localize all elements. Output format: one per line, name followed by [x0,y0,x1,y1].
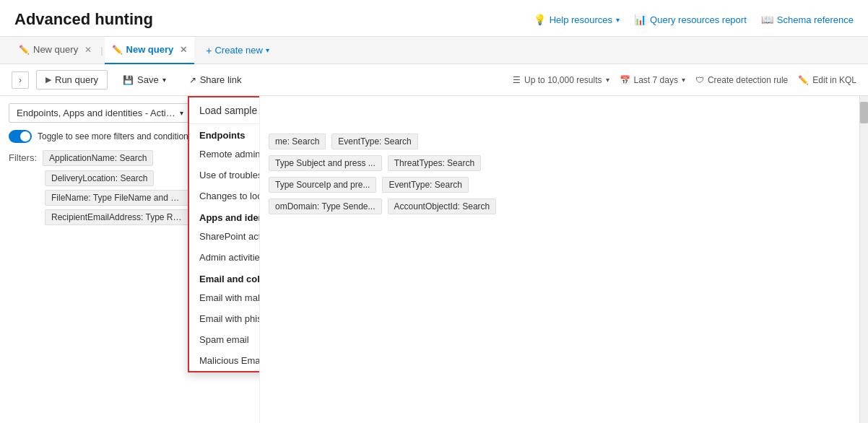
toggle-switch[interactable] [9,130,32,143]
filters-text-label: Filters: [9,150,37,163]
sidebar-toggle-btn[interactable]: › [12,71,29,89]
dropdown-header-label: Load sample queries [199,105,260,116]
right-filter-panel: me: Search EventType: Search Type Subjec… [260,96,859,423]
filter-tags-container: ApplicationName: Search [43,150,153,166]
right-tag-sourceip[interactable]: Type SourceIp and pre... [269,177,376,193]
chart-icon: 📊 [634,14,646,25]
sample-queries-dropdown: Load sample queries ▾ Endpoints Remote a… [188,96,260,372]
share-link-label: Share link [200,74,242,85]
run-query-button[interactable]: ▶ Run query [36,70,108,90]
dropdown-item-admin-activities[interactable]: Admin activities [189,247,260,268]
chevron-down-date: ▾ [682,76,685,84]
share-icon: ↗ [189,75,196,85]
dropdown-item-local-group[interactable]: Changes to local group [189,186,260,206]
filter-type-label: Endpoints, Apps and identities - Activit… [17,108,175,118]
help-resources-label: Help resources [550,14,612,25]
save-button[interactable]: 💾 Save ▾ [115,70,174,90]
shield-icon: 🛡 [695,75,704,85]
tab-label-1: New query [33,44,78,55]
dropdown-item-spam[interactable]: Spam email [189,329,260,350]
tab-new-query-1[interactable]: ✏️ New query ✕ [12,37,99,64]
results-limit-label: Up to 10,000 results [524,75,602,85]
section-apps-label: Apps and identities [189,206,260,226]
tab-close-2[interactable]: ✕ [180,45,187,55]
right-filter-row-2: Type Subject and press ... ThreatTypes: … [269,155,851,171]
chevron-down-results: ▾ [606,76,609,84]
edit-kql-btn[interactable]: ✏️ Edit in KQL [798,75,856,85]
edit-icon-1: ✏️ [19,45,30,55]
edit-kql-label: Edit in KQL [812,75,856,85]
chevron-down-filter: ▾ [180,109,183,117]
dropdown-item-sharepoint[interactable]: SharePoint activities [189,226,260,247]
right-tag-subject[interactable]: Type Subject and press ... [269,155,382,171]
dropdown-item-email-phishing[interactable]: Email with phishing [189,308,260,329]
right-filter-row-1: me: Search EventType: Search [269,134,851,149]
filter-panel: Endpoints, Apps and identities - Activit… [0,96,260,423]
results-limit-btn[interactable]: ☰ Up to 10,000 results ▾ [513,75,609,85]
tab-close-1[interactable]: ✕ [84,45,92,55]
scrollbar-thumb[interactable] [860,102,868,123]
create-detection-label: Create detection rule [708,75,788,85]
filter-tag-3[interactable]: RecipientEmailAddress: Type Rec... [45,209,189,225]
help-icon: 💡 [534,14,546,25]
filter-tag-2[interactable]: FileName: Type FileName and pr... [45,190,189,206]
share-link-button[interactable]: ↗ Share link [181,70,250,90]
filter-type-dropdown[interactable]: Endpoints, Apps and identities - Activit… [9,103,191,123]
toggle-thumb [20,131,30,141]
right-tag-eventtype-search-2[interactable]: EventType: Search [382,177,468,193]
book-icon: 📖 [761,14,773,25]
vertical-scrollbar[interactable] [859,96,868,423]
section-endpoints-label: Endpoints [189,124,260,144]
app-title: Advanced hunting [14,10,153,29]
right-tag-domain[interactable]: omDomain: Type Sende... [269,199,382,214]
section-email-label: Email and collaboration [189,268,260,287]
create-new-label: Create new [214,45,262,56]
save-label: Save [137,74,159,85]
edit-icon-2: ✏️ [112,45,123,55]
filter-tag-0[interactable]: ApplicationName: Search [43,150,153,166]
filter-tag-1[interactable]: DeliveryLocation: Search [45,170,154,186]
play-icon: ▶ [45,75,51,84]
create-detection-btn[interactable]: 🛡 Create detection rule [695,75,788,85]
save-icon: 💾 [123,75,134,85]
tab-new-query-2[interactable]: ✏️ New query ✕ [105,37,195,64]
right-filter-row-3: Type SourceIp and pre... EventType: Sear… [269,177,851,193]
plus-icon: + [206,45,212,56]
tab-label-2: New query [126,44,174,55]
date-range-btn[interactable]: 📅 Last 7 days ▾ [620,75,685,85]
dropdown-item-malicious-emails[interactable]: Malicious Emails delivered to Inbox/Junk [189,350,260,371]
main-content: Endpoints, Apps and identities - Activit… [0,96,868,423]
edit-kql-icon: ✏️ [798,75,809,85]
help-resources-action[interactable]: 💡 Help resources ▾ [534,14,620,25]
create-new-button[interactable]: + Create new ▾ [197,45,278,56]
toolbar: › ▶ Run query 💾 Save ▾ ↗ Share link ☰ Up… [0,64,868,96]
header-actions: 💡 Help resources ▾ 📊 Query resources rep… [534,14,854,25]
app-header: Advanced hunting 💡 Help resources ▾ 📊 Qu… [0,0,868,37]
run-query-label: Run query [55,74,98,85]
right-tag-me-search[interactable]: me: Search [269,134,326,149]
dropdown-item-troubleshoot[interactable]: Use of troubleshooting mode [189,165,260,186]
toolbar-right: ☰ Up to 10,000 results ▾ 📅 Last 7 days ▾… [513,75,856,85]
chevron-down-save: ▾ [162,76,166,84]
dropdown-header[interactable]: Load sample queries ▾ [189,97,260,124]
schema-reference-label: Schema reference [777,14,854,25]
date-range-label: Last 7 days [634,75,678,85]
dropdown-item-remote-admin[interactable]: Remote administration from public IPs [189,144,260,165]
toggle-label: Toggle to see more filters and condition… [38,131,193,141]
right-tag-accountobjectid[interactable]: AccountObjectId: Search [388,199,497,214]
right-filter-row-4: omDomain: Type Sende... AccountObjectId:… [269,199,851,214]
list-icon: ☰ [513,75,521,85]
tab-bar: ✏️ New query ✕ | ✏️ New query ✕ + Create… [0,37,868,64]
tab-separator: | [100,45,103,56]
chevron-down-icon-create: ▾ [266,46,269,54]
query-resources-label: Query resources report [650,14,747,25]
schema-reference-action[interactable]: 📖 Schema reference [761,14,854,25]
right-tag-eventtype-search-1[interactable]: EventType: Search [331,134,417,149]
right-tag-threattypes[interactable]: ThreatTypes: Search [388,155,481,171]
query-resources-action[interactable]: 📊 Query resources report [634,14,747,25]
calendar-icon: 📅 [620,75,630,85]
dropdown-item-email-malware[interactable]: Email with malware [189,287,260,308]
chevron-down-icon: ▾ [616,16,620,24]
